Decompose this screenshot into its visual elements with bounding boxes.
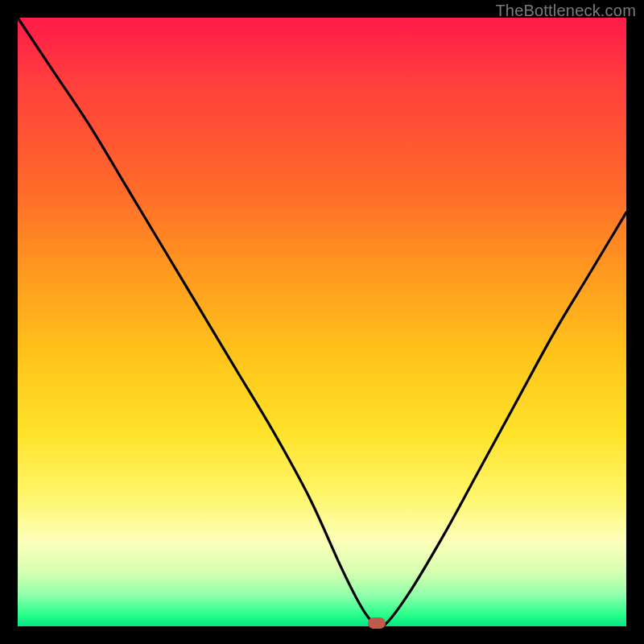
- optimal-marker: [368, 617, 386, 629]
- plot-area: [18, 18, 626, 626]
- chart-frame: TheBottleneck.com: [0, 0, 644, 644]
- watermark-text: TheBottleneck.com: [495, 2, 636, 20]
- bottleneck-curve: [18, 18, 626, 626]
